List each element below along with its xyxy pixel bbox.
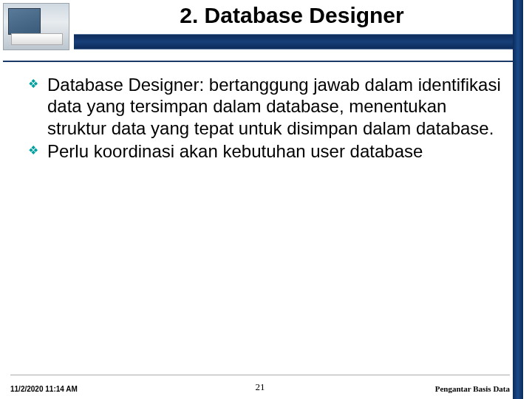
- slide-title: 2. Database Designer: [74, 3, 510, 28]
- footer-divider: [10, 375, 510, 375]
- keyboard-icon: [11, 33, 63, 45]
- bullet-text: Perlu koordinasi akan kebutuhan user dat…: [47, 141, 423, 161]
- monitor-icon: [8, 8, 41, 35]
- bullet-text: Database Designer: bertanggung jawab dal…: [47, 75, 501, 138]
- slide-header: 2. Database Designer: [0, 0, 532, 66]
- slide-footer: 11/2/2020 11:14 AM 21 Pengantar Basis Da…: [10, 378, 510, 393]
- list-item: ❖ Perlu koordinasi akan kebutuhan user d…: [28, 140, 502, 162]
- header-divider: [3, 61, 513, 62]
- diamond-bullet-icon: ❖: [28, 146, 38, 156]
- footer-course-name: Pengantar Basis Data: [435, 384, 510, 393]
- list-item: ❖ Database Designer: bertanggung jawab d…: [28, 74, 502, 139]
- slide-body: ❖ Database Designer: bertanggung jawab d…: [28, 74, 502, 163]
- logo-image: [3, 3, 69, 50]
- diamond-bullet-icon: ❖: [28, 79, 38, 89]
- title-underline-bar: [74, 34, 513, 50]
